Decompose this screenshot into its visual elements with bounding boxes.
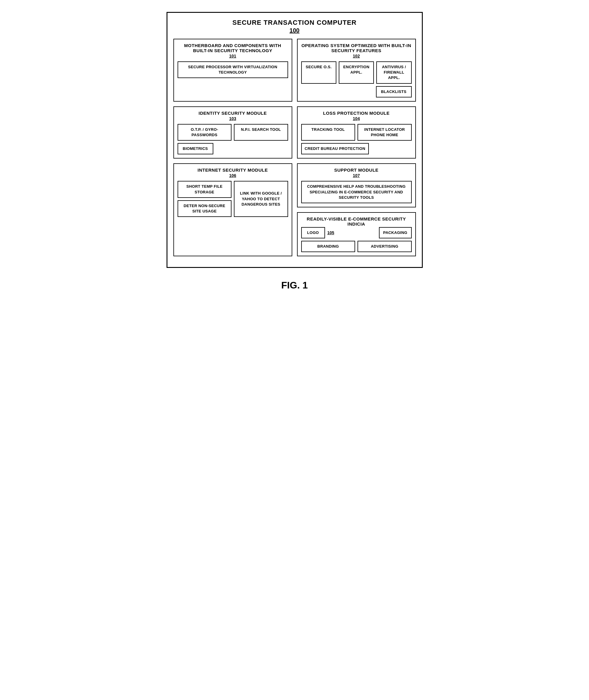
loss-ref: 104	[301, 116, 412, 121]
encryption-box: ENCRYPTION APPL.	[339, 61, 374, 84]
advertising-box: ADVERTISING	[358, 241, 412, 252]
internet-module: INTERNET SECURITY MODULE 106 SHORT TEMP …	[173, 163, 292, 256]
support-title: SUPPORT MODULE	[301, 167, 412, 173]
identity-module: IDENTITY SECURITY MODULE 103 O.T.P. / GY…	[173, 107, 292, 159]
fig-label: FIG. 1	[281, 280, 308, 291]
indicia-module: READILY-VISIBLE E-COMMERCE SECURITY INDI…	[297, 212, 416, 256]
row-3: INTERNET SECURITY MODULE 106 SHORT TEMP …	[173, 163, 416, 256]
support-module: SUPPORT MODULE 107 COMPREHENSIVE HELP AN…	[297, 163, 416, 207]
os-row2: BLACKLISTS	[301, 86, 412, 98]
loss-title: LOSS PROTECTION MODULE	[301, 111, 412, 116]
blacklists-box: BLACKLISTS	[376, 86, 412, 98]
identity-title: IDENTITY SECURITY MODULE	[178, 111, 288, 116]
internet-ref: 106	[178, 173, 288, 178]
diagram-container: SECURE TRANSACTION COMPUTER 100 MOTHERBO…	[167, 12, 423, 268]
main-ref: 100	[173, 27, 416, 34]
loss-row1: TRACKING TOOL INTERNET LOCATOR PHONE HOM…	[301, 124, 412, 141]
row-1: MOTHERBOARD AND COMPONENTS WITH BUILT-IN…	[173, 39, 416, 102]
identity-row1: O.T.P. / GYRO-PASSWORDS N.P.I. SEARCH TO…	[178, 124, 288, 141]
indicia-ref: 105	[328, 230, 334, 235]
credit-row: CREDIT BUREAU PROTECTION	[301, 143, 412, 154]
indicia-title: READILY-VISIBLE E-COMMERCE SECURITY INDI…	[301, 216, 412, 226]
antivirus-box: ANTIVIRUS / FIREWALL APPL.	[376, 61, 411, 84]
motherboard-content: SECURE PROCESSOR WITH VIRTUALIZATION TEC…	[178, 61, 288, 78]
identity-row2: BIOMETRICS	[178, 143, 288, 154]
internet-left: SHORT TEMP FILE STORAGE DETER NON-SECURE…	[178, 181, 232, 217]
short-temp-box: SHORT TEMP FILE STORAGE	[178, 181, 232, 198]
help-box: COMPREHENSIVE HELP AND TROUBLESHOOTING S…	[301, 181, 412, 203]
locator-box: INTERNET LOCATOR PHONE HOME	[358, 124, 412, 141]
right-column: SUPPORT MODULE 107 COMPREHENSIVE HELP AN…	[297, 163, 416, 256]
indicia-ref-row: LOGO 105 PACKAGING	[301, 227, 412, 238]
motherboard-title: MOTHERBOARD AND COMPONENTS WITH BUILT-IN…	[178, 43, 288, 53]
logo-box: LOGO	[301, 227, 325, 238]
os-title: OPERATING SYSTEM OPTIMIZED WITH BUILT-IN…	[301, 43, 412, 53]
otp-box: O.T.P. / GYRO-PASSWORDS	[178, 124, 232, 141]
row-2: IDENTITY SECURITY MODULE 103 O.T.P. / GY…	[173, 107, 416, 159]
os-row1: SECURE O.S. ENCRYPTION APPL. ANTIVIRUS /…	[301, 61, 412, 84]
internet-title: INTERNET SECURITY MODULE	[178, 167, 288, 173]
internet-layout: SHORT TEMP FILE STORAGE DETER NON-SECURE…	[178, 181, 288, 217]
deter-box: DETER NON-SECURE SITE USAGE	[178, 200, 232, 217]
biometrics-box: BIOMETRICS	[178, 143, 213, 154]
support-ref: 107	[301, 173, 412, 178]
motherboard-ref: 101	[178, 54, 288, 58]
credit-box: CREDIT BUREAU PROTECTION	[301, 143, 369, 154]
motherboard-module: MOTHERBOARD AND COMPONENTS WITH BUILT-IN…	[173, 39, 292, 102]
npi-box: N.P.I. SEARCH TOOL	[234, 124, 288, 141]
identity-ref: 103	[178, 116, 288, 121]
os-content: SECURE O.S. ENCRYPTION APPL. ANTIVIRUS /…	[301, 61, 412, 98]
loss-module: LOSS PROTECTION MODULE 104 TRACKING TOOL…	[297, 107, 416, 159]
tracking-box: TRACKING TOOL	[301, 124, 355, 141]
indicia-grid: BRANDING ADVERTISING	[301, 241, 412, 252]
link-google-box: LINK WITH GOOGLE / YAHOO TO DETECT DANGE…	[234, 181, 288, 217]
main-title: SECURE TRANSACTION COMPUTER	[173, 19, 416, 26]
os-module: OPERATING SYSTEM OPTIMIZED WITH BUILT-IN…	[297, 39, 416, 102]
secure-processor-box: SECURE PROCESSOR WITH VIRTUALIZATION TEC…	[178, 61, 288, 78]
branding-box: BRANDING	[301, 241, 355, 252]
secure-os-box: SECURE O.S.	[301, 61, 336, 84]
packaging-box: PACKAGING	[379, 227, 412, 238]
os-ref: 102	[301, 54, 412, 58]
